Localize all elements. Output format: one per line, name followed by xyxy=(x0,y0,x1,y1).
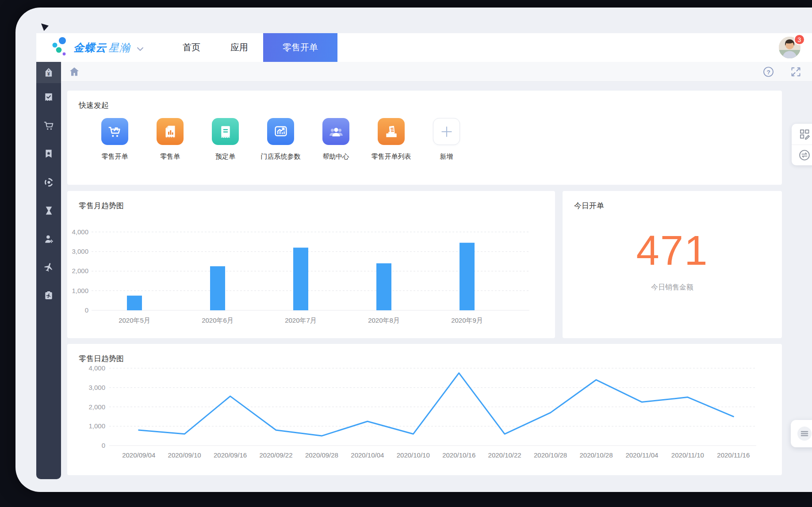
breadcrumb-bar: ? xyxy=(61,62,812,82)
quick-item-retail-order[interactable]: 零售单 xyxy=(142,118,198,161)
bookmark-star-icon xyxy=(44,149,54,159)
people-icon xyxy=(322,118,349,145)
svg-text:2020/11/04: 2020/11/04 xyxy=(625,451,658,459)
svg-text:4,000: 4,000 xyxy=(88,364,105,372)
svg-text:2020/11/10: 2020/11/10 xyxy=(671,451,704,459)
quick-launch-title: 快速发起 xyxy=(79,100,109,111)
today-card-title: 今日开单 xyxy=(574,201,604,211)
svg-text:2020/10/28: 2020/10/28 xyxy=(534,451,567,459)
svg-text:2020年5月: 2020年5月 xyxy=(119,316,150,324)
fullscreen-icon[interactable] xyxy=(790,66,801,77)
svg-text:2,000: 2,000 xyxy=(72,267,88,274)
svg-text:2020/10/28: 2020/10/28 xyxy=(579,451,613,459)
svg-text:1,000: 1,000 xyxy=(72,287,88,294)
today-billing-card: 今日开单 471 今日销售金额 xyxy=(563,191,782,338)
svg-text:2020/09/22: 2020/09/22 xyxy=(259,451,292,459)
quick-launch-tiles: 零售开单 零售单 xyxy=(87,118,474,161)
edge-tool-panel xyxy=(792,124,812,165)
tile-label: 预定单 xyxy=(215,152,235,161)
quick-item-billing-list[interactable]: 零售开单列表 xyxy=(364,118,419,161)
svg-text:2020/09/10: 2020/09/10 xyxy=(168,451,201,459)
svg-text:3,000: 3,000 xyxy=(88,384,105,391)
sidebar-item-travel[interactable] xyxy=(36,253,61,281)
bar-2020年8月 xyxy=(376,263,391,310)
notification-badge[interactable]: 3 xyxy=(794,34,805,45)
svg-text:1,000: 1,000 xyxy=(88,422,105,430)
svg-text:2020/10/16: 2020/10/16 xyxy=(442,451,475,459)
quick-item-retail-billing[interactable]: 零售开单 xyxy=(87,118,142,161)
quick-item-reservation[interactable]: 预定单 xyxy=(198,118,253,161)
bar-2020年9月 xyxy=(460,243,475,310)
plane-icon xyxy=(44,262,54,272)
bar-2020年7月 xyxy=(293,248,308,310)
floating-menu-button[interactable] xyxy=(791,420,812,447)
svg-text:0: 0 xyxy=(102,442,105,449)
user-gear-icon xyxy=(44,234,54,244)
switch-view-button[interactable] xyxy=(792,145,812,165)
left-sidebar: ¥ xyxy=(36,62,61,479)
month-trend-bar-chart: 01,0002,0003,0004,0002020年5月2020年6月2020年… xyxy=(67,191,555,338)
tile-label: 新增 xyxy=(440,152,453,161)
doc-bars-icon xyxy=(157,118,184,145)
app-header: 金蝶云星瀚 首页 应用 零售开单 3 xyxy=(36,33,812,62)
day-trend-line-chart: 01,0002,0003,0004,0002020/09/042020/09/1… xyxy=(67,344,782,475)
sidebar-item-retail-tag[interactable]: ¥ xyxy=(36,62,61,83)
layout-edit-button[interactable] xyxy=(792,124,812,145)
sidebar-item-favorites[interactable] xyxy=(36,140,61,168)
today-card-body: 471 今日销售金额 xyxy=(563,230,782,292)
main-nav: 首页 应用 零售开单 xyxy=(168,33,337,62)
svg-text:2,000: 2,000 xyxy=(88,403,105,411)
day-trend-title: 零售日趋势图 xyxy=(79,354,124,364)
yuan-tag-icon: ¥ xyxy=(44,68,54,77)
plus-icon xyxy=(433,118,460,145)
home-icon[interactable] xyxy=(69,67,80,76)
svg-text:2020/09/28: 2020/09/28 xyxy=(305,451,338,459)
sidebar-item-boarding-pass[interactable] xyxy=(36,281,61,309)
svg-text:?: ? xyxy=(766,69,770,75)
tile-label: 帮助中心 xyxy=(323,152,349,161)
svg-text:2020年7月: 2020年7月 xyxy=(285,316,317,324)
app-logo[interactable]: 金蝶云星瀚 xyxy=(36,33,144,62)
today-sales-value: 471 xyxy=(636,230,709,271)
nav-tab-retail-billing[interactable]: 零售开单 xyxy=(263,33,337,62)
bar-2020年5月 xyxy=(127,296,142,310)
boarding-pass-icon xyxy=(44,290,54,300)
svg-text:¥: ¥ xyxy=(47,72,50,76)
day-trend-card: 零售日趋势图 01,0002,0003,0004,0002020/09/0420… xyxy=(67,344,782,475)
quick-item-help-center[interactable]: 帮助中心 xyxy=(308,118,364,161)
logo-dots-icon xyxy=(51,36,69,60)
nav-item-apps[interactable]: 应用 xyxy=(215,33,263,62)
day-trend-line xyxy=(139,373,734,436)
nav-item-home[interactable]: 首页 xyxy=(168,33,215,62)
tile-label: 零售开单 xyxy=(102,152,128,161)
sidebar-item-target[interactable] xyxy=(36,168,61,196)
printer-doc-icon xyxy=(378,118,405,145)
sidebar-item-user-settings[interactable] xyxy=(36,225,61,253)
receipt-lines-icon xyxy=(212,118,239,145)
sidebar-item-orders[interactable] xyxy=(36,83,61,111)
svg-text:0: 0 xyxy=(85,306,88,314)
help-icon[interactable]: ? xyxy=(762,66,774,77)
svg-text:3,000: 3,000 xyxy=(72,248,88,255)
quick-item-add-new[interactable]: 新增 xyxy=(419,118,474,161)
cursor-artifact xyxy=(41,23,49,31)
svg-text:2020/10/04: 2020/10/04 xyxy=(351,451,384,459)
quick-launch-card: 快速发起 零售开单 xyxy=(67,91,782,185)
receipt-check-icon xyxy=(44,92,54,102)
sidebar-item-history[interactable] xyxy=(36,196,61,225)
hourglass-icon xyxy=(44,206,54,215)
tile-label: 零售开单列表 xyxy=(372,152,411,161)
sidebar-item-cart[interactable] xyxy=(36,111,61,140)
svg-text:2020年9月: 2020年9月 xyxy=(451,316,483,324)
svg-text:2020年8月: 2020年8月 xyxy=(368,316,400,324)
tile-label: 门店系统参数 xyxy=(261,152,301,161)
svg-text:2020年6月: 2020年6月 xyxy=(202,316,234,324)
quick-item-store-params[interactable]: 门店系统参数 xyxy=(253,118,308,161)
header-right: 3 xyxy=(779,33,812,62)
month-trend-card: 零售月趋势图 01,0002,0003,0004,0002020年5月2020年… xyxy=(67,191,555,338)
app-window: 金蝶云星瀚 首页 应用 零售开单 3 xyxy=(15,8,812,492)
cart-icon xyxy=(44,121,54,131)
svg-text:2020/11/16: 2020/11/16 xyxy=(717,451,750,459)
month-trend-title: 零售月趋势图 xyxy=(79,201,124,211)
chevron-down-icon[interactable] xyxy=(137,47,144,51)
